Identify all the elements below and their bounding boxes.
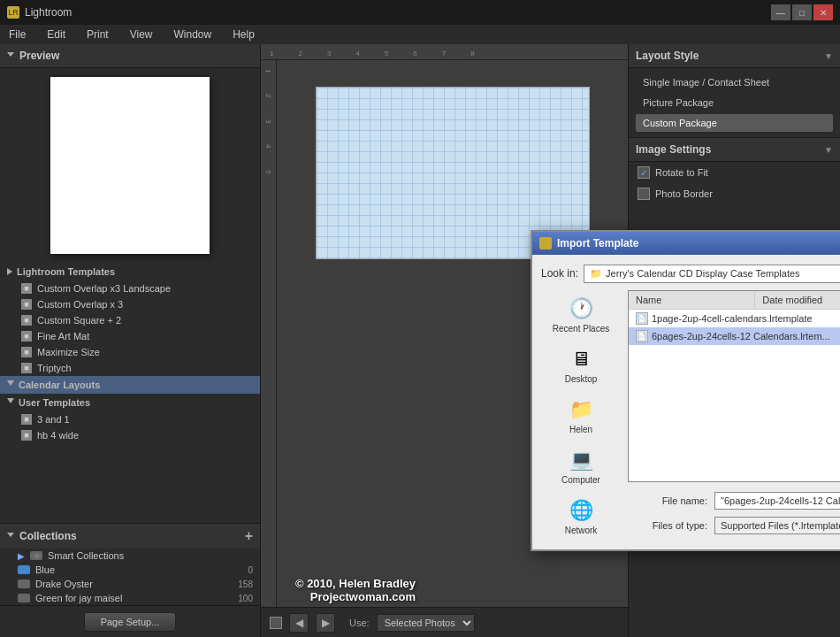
group-user-templates[interactable]: User Templates bbox=[0, 394, 260, 411]
center-panel: 1 2 3 4 5 6 7 8 1 2 3 4 5 ◀ ▶ Use: bbox=[261, 44, 628, 637]
maximize-button[interactable]: □ bbox=[792, 4, 812, 20]
menu-print[interactable]: Print bbox=[81, 27, 114, 42]
group-calendar-layouts[interactable]: Calendar Layouts bbox=[0, 376, 260, 394]
minimize-button[interactable]: — bbox=[771, 4, 790, 20]
layout-option-single[interactable]: Single Image / Contact Sheet bbox=[636, 73, 833, 91]
folder-icon: 📁 bbox=[590, 268, 602, 280]
file-icon: 📄 bbox=[636, 330, 648, 342]
file-row-2[interactable]: 📄 6pages-2up-24cells-12 Calendars.lrtem.… bbox=[629, 327, 840, 345]
collection-smart[interactable]: ▶ ☆ Smart Collections bbox=[0, 549, 260, 563]
menu-help[interactable]: Help bbox=[227, 27, 260, 42]
image-settings-section: Image Settings ▼ Rotate to Fit Photo Bor… bbox=[629, 137, 840, 204]
rotate-to-fit-checkbox[interactable] bbox=[638, 166, 650, 179]
group-triangle-lightroom bbox=[7, 268, 12, 275]
file-row-1[interactable]: 📄 1page-2up-4cell-calendars.lrtemplate bbox=[629, 310, 840, 327]
place-label: Recent Places bbox=[553, 324, 609, 334]
col-name[interactable]: Name bbox=[629, 291, 755, 309]
collection-drake[interactable]: Drake Oyster 158 bbox=[0, 577, 260, 591]
preview-section-header[interactable]: Preview bbox=[0, 44, 260, 68]
collection-name: Drake Oyster bbox=[35, 579, 93, 589]
filetype-label: Files of type: bbox=[628, 520, 707, 531]
collections-section: Collections + ▶ ☆ Smart Collections Blue… bbox=[0, 523, 260, 605]
collection-count: 158 bbox=[238, 579, 253, 589]
group-triangle-calendar bbox=[7, 380, 14, 389]
look-in-value: Jerry's Calendar CD Display Case Templat… bbox=[606, 268, 800, 279]
menu-window[interactable]: Window bbox=[169, 27, 218, 42]
preview-image bbox=[50, 77, 210, 254]
layout-style-collapse[interactable]: ▼ bbox=[824, 51, 833, 61]
dialog-title-text: Import Template bbox=[557, 237, 840, 249]
place-recent[interactable]: 🕐 Recent Places bbox=[546, 290, 616, 339]
menu-view[interactable]: View bbox=[125, 27, 158, 42]
template-name: hb 4 wide bbox=[37, 430, 79, 441]
filename-label: File name: bbox=[628, 495, 707, 506]
collections-header: Collections + bbox=[0, 524, 260, 549]
template-name: Custom Square + 2 bbox=[37, 315, 121, 326]
template-doc-icon: ■ bbox=[21, 414, 32, 425]
template-maximize-size[interactable]: ■ Maximize Size bbox=[0, 344, 260, 360]
look-in-select[interactable]: 📁 Jerry's Calendar CD Display Case Templ… bbox=[584, 265, 840, 283]
group-lightroom-templates[interactable]: Lightroom Templates bbox=[0, 263, 260, 280]
layout-style-header: Layout Style ▼ bbox=[629, 44, 840, 68]
col-date[interactable]: Date modified bbox=[755, 291, 840, 309]
photo-border-label: Photo Border bbox=[655, 188, 713, 199]
collection-name: Green for jay maisel bbox=[35, 593, 122, 603]
template-doc-icon: ■ bbox=[21, 283, 32, 294]
collection-icon bbox=[18, 579, 30, 588]
dialog-overlay: Import Template ✕ Look in: 📁 Jerry's Cal… bbox=[261, 44, 628, 637]
network-icon: 🌐 bbox=[565, 497, 597, 524]
collections-collapse-arrow bbox=[7, 533, 14, 541]
preview-area bbox=[0, 68, 260, 263]
group-triangle-user bbox=[7, 398, 14, 407]
layout-style-options: Single Image / Contact Sheet Picture Pac… bbox=[629, 68, 840, 137]
look-in-bar: Look in: 📁 Jerry's Calendar CD Display C… bbox=[541, 264, 840, 283]
template-name: Fine Art Mat bbox=[37, 331, 89, 342]
template-hb-4-wide[interactable]: ■ hb 4 wide bbox=[0, 427, 260, 443]
collection-count: 0 bbox=[248, 565, 253, 575]
template-3-and-1[interactable]: ■ 3 and 1 bbox=[0, 411, 260, 427]
template-name: Triptych bbox=[37, 363, 72, 373]
filename-input[interactable] bbox=[714, 492, 840, 510]
place-label: Computer bbox=[561, 475, 600, 485]
place-network[interactable]: 🌐 Network bbox=[546, 492, 616, 541]
template-custom-square[interactable]: ■ Custom Square + 2 bbox=[0, 312, 260, 328]
template-triptych[interactable]: ■ Triptych bbox=[0, 360, 260, 376]
template-doc-icon: ■ bbox=[21, 347, 32, 357]
collection-name: Blue bbox=[35, 564, 55, 575]
filetype-row: Files of type: Supported Files (*.lrtemp… bbox=[628, 516, 840, 535]
file-name-2: 6pages-2up-24cells-12 Calendars.lrtem... bbox=[652, 331, 840, 342]
dialog-body: Look in: 📁 Jerry's Calendar CD Display C… bbox=[532, 255, 840, 549]
template-name: Maximize Size bbox=[37, 347, 100, 357]
app-title: Lightroom bbox=[25, 6, 766, 19]
collections-label: Collections bbox=[19, 530, 77, 542]
collection-blue[interactable]: Blue 0 bbox=[0, 563, 260, 577]
add-collection-button[interactable]: + bbox=[245, 528, 253, 544]
template-name: Custom Overlap x3 Landscape bbox=[37, 283, 171, 294]
template-list: Lightroom Templates ■ Custom Overlap x3 … bbox=[0, 263, 260, 523]
template-custom-overlap[interactable]: ■ Custom Overlap x 3 bbox=[0, 296, 260, 312]
filetype-display: Supported Files (*.lrtemplate) bbox=[714, 517, 840, 534]
template-custom-overlap-landscape[interactable]: ■ Custom Overlap x3 Landscape bbox=[0, 280, 260, 296]
file-list-container: Name Date modified Type Size 📄 1page-2up… bbox=[628, 290, 840, 541]
menu-file[interactable]: File bbox=[4, 27, 31, 42]
page-setup-button[interactable]: Page Setup... bbox=[84, 612, 177, 632]
collection-count: 100 bbox=[238, 594, 253, 603]
image-settings-collapse[interactable]: ▼ bbox=[824, 145, 833, 155]
template-fine-art-mat[interactable]: ■ Fine Art Mat bbox=[0, 328, 260, 344]
recent-icon: 🕐 bbox=[565, 295, 597, 322]
place-desktop[interactable]: 🖥 Desktop bbox=[546, 341, 616, 389]
layout-option-custom[interactable]: Custom Package bbox=[636, 114, 833, 132]
collection-icon bbox=[18, 565, 30, 574]
collection-green[interactable]: Green for jay maisel 100 bbox=[0, 591, 260, 605]
place-computer[interactable]: 💻 Computer bbox=[546, 441, 616, 490]
image-settings-header: Image Settings ▼ bbox=[629, 138, 840, 162]
close-button[interactable]: ✕ bbox=[813, 4, 833, 20]
photo-border-checkbox[interactable] bbox=[638, 188, 650, 200]
collection-icon bbox=[18, 594, 30, 602]
layout-option-picture[interactable]: Picture Package bbox=[636, 94, 833, 111]
page-setup-bar: Page Setup... bbox=[0, 605, 260, 637]
filetype-value: Supported Files (*.lrtemplate) bbox=[721, 520, 840, 531]
preview-collapse-arrow bbox=[7, 52, 14, 60]
menu-edit[interactable]: Edit bbox=[42, 27, 71, 42]
place-helen[interactable]: 📁 Helen bbox=[546, 391, 616, 440]
